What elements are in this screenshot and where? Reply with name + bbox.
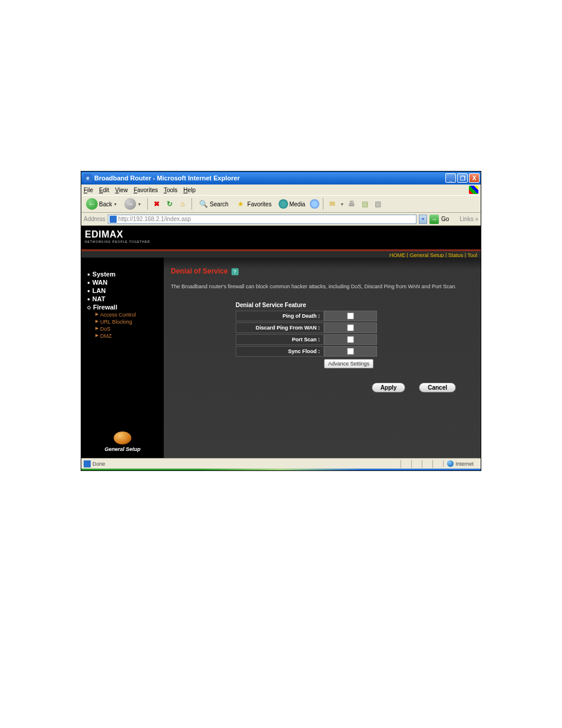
checkbox-ping-of-death[interactable] (347, 312, 354, 319)
titlebar: e Broadband Router - Microsoft Internet … (81, 172, 481, 185)
row-port-scan: Port Scan : (236, 334, 474, 345)
row-discard-ping: Discard Ping From WAN : (236, 322, 474, 333)
address-bar: Address http://192.168.2.1/index.asp ▾ →… (81, 213, 481, 226)
checkbox-port-scan[interactable] (347, 336, 354, 343)
row-ping-of-death: Ping of Death : (236, 311, 474, 321)
general-setup-badge: General Setup (81, 431, 164, 452)
home-button[interactable]: ⌂ (177, 199, 188, 209)
refresh-button[interactable]: ↻ (164, 199, 175, 209)
browser-window: e Broadband Router - Microsoft Internet … (81, 171, 481, 471)
menu-view[interactable]: View (115, 187, 128, 193)
maximize-button[interactable]: ❐ (457, 173, 468, 183)
window-border (81, 469, 481, 470)
triangle-icon: ▶ (95, 312, 98, 318)
media-icon (279, 199, 288, 209)
sidebar-sub-dmz[interactable]: ▶DMZ (95, 333, 164, 339)
menu-bar: File Edit View Favorites Tools Help (81, 185, 481, 195)
menu-tools[interactable]: Tools (164, 187, 177, 193)
ie-icon (84, 460, 91, 467)
print-button[interactable]: 🖶 (346, 199, 357, 209)
sidebar-sub-access[interactable]: ▶Access Control (95, 312, 164, 318)
toolbar: ← Back ▼ → ▼ ✖ ↻ ⌂ 🔍 Search ★ Favorites … (81, 195, 481, 213)
star-icon: ★ (236, 199, 246, 209)
menu-help[interactable]: Help (183, 187, 196, 193)
menu-favorites[interactable]: Favorites (134, 187, 158, 193)
sidebar-item-system[interactable]: ●System (87, 271, 164, 278)
feature-table-title: Denial of Service Feature (236, 302, 474, 308)
apply-button[interactable]: Apply (372, 383, 406, 393)
forward-icon: → (124, 198, 136, 210)
sidebar-item-lan[interactable]: ●LAN (87, 287, 164, 294)
sidebar-item-nat[interactable]: ●NAT (87, 295, 164, 302)
forward-button[interactable]: → ▼ (122, 197, 144, 211)
advance-settings-button[interactable]: Advance Settings (324, 359, 373, 368)
status-bar: Done Internet (81, 458, 481, 469)
go-button[interactable]: → (429, 215, 439, 224)
window-title: Broadband Router - Microsoft Internet Ex… (94, 174, 445, 182)
bullet-icon: ● (87, 288, 90, 294)
top-nav: HOME | General Setup | Status | Tool (81, 249, 481, 258)
search-icon: 🔍 (198, 199, 209, 209)
page-description: The Broadband router's firewall can bloc… (171, 284, 474, 290)
feature-table: Ping of Death : Discard Ping From WAN : … (236, 311, 474, 357)
go-label: Go (441, 216, 449, 222)
logo: EDIMAX NETWORKING PEOPLE TOGETHER (85, 229, 150, 243)
page-icon (110, 216, 117, 223)
mail-button[interactable]: ✉ (327, 199, 338, 209)
ie-icon: e (84, 174, 92, 182)
cancel-button[interactable]: Cancel (419, 383, 456, 393)
favorites-button[interactable]: ★ Favorites (233, 197, 274, 210)
menu-file[interactable]: File (84, 187, 93, 193)
search-button[interactable]: 🔍 Search (196, 197, 231, 210)
close-button[interactable]: X (469, 173, 480, 183)
windows-flag-icon (469, 186, 478, 194)
bullet-icon: ● (87, 297, 90, 302)
bullet-icon: ● (87, 272, 90, 277)
media-button[interactable]: Media (276, 198, 308, 210)
triangle-icon: ▶ (95, 333, 98, 339)
sidebar-item-wan[interactable]: ●WAN (87, 279, 164, 286)
header: EDIMAX NETWORKING PEOPLE TOGETHER (81, 226, 481, 249)
back-button[interactable]: ← Back ▼ (84, 197, 120, 211)
triangle-icon: ▶ (95, 319, 98, 325)
page-content: EDIMAX NETWORKING PEOPLE TOGETHER HOME |… (81, 226, 481, 458)
history-button[interactable] (310, 199, 319, 209)
address-dropdown[interactable]: ▾ (419, 215, 427, 224)
stop-button[interactable]: ✖ (151, 199, 162, 209)
address-label: Address (84, 216, 105, 222)
status-text: Done (92, 461, 105, 467)
checkbox-sync-flood[interactable] (347, 348, 354, 355)
sidebar-item-firewall[interactable]: ◇Firewall (87, 304, 164, 311)
bullet-icon: ● (87, 280, 90, 285)
chevron-down-icon: ◇ (87, 305, 91, 310)
menu-edit[interactable]: Edit (99, 187, 109, 193)
page-title: Denial of Service (171, 267, 228, 275)
main-panel: Denial of Service ? The Broadband router… (164, 258, 481, 458)
zone-internet: Internet (443, 460, 478, 467)
sidebar: ●System ●WAN ●LAN ●NAT ◇Firewall ▶Access… (81, 258, 164, 458)
links-label[interactable]: Links » (459, 216, 478, 222)
sidebar-sub-dos[interactable]: ▶DoS (95, 326, 164, 332)
globe-icon (447, 460, 454, 467)
help-icon[interactable]: ? (232, 268, 239, 275)
orb-icon (114, 431, 131, 444)
triangle-icon: ▶ (95, 326, 98, 332)
row-sync-flood: Sync Flood : (236, 346, 474, 357)
back-icon: ← (86, 198, 98, 210)
minimize-button[interactable]: _ (445, 173, 456, 183)
checkbox-discard-ping[interactable] (347, 324, 354, 331)
edit-button[interactable]: ▤ (359, 199, 370, 209)
address-input[interactable]: http://192.168.2.1/index.asp (108, 215, 416, 224)
discuss-button[interactable]: ▧ (372, 199, 383, 209)
sidebar-sub-url[interactable]: ▶URL Blocking (95, 319, 164, 325)
